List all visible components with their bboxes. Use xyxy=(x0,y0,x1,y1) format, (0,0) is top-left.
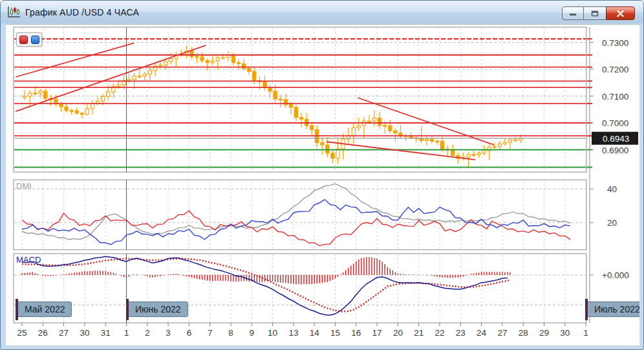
svg-text:+0.000: +0.000 xyxy=(602,270,629,280)
svg-text:24: 24 xyxy=(477,328,487,338)
x-axis: 2526273031123678910131415161720212223242… xyxy=(17,323,588,338)
buy-marker-button[interactable] xyxy=(31,36,39,44)
svg-text:8: 8 xyxy=(228,328,233,338)
month-label-june: Июнь 2022 xyxy=(127,301,188,317)
price-axis-labels: 0.73000.72000.71000.70000.69000.6943 xyxy=(590,38,638,155)
svg-text:22: 22 xyxy=(435,328,444,338)
window-title: График AUD /USD 4 ЧАСА xyxy=(25,7,139,17)
close-button[interactable] xyxy=(606,6,635,20)
svg-text:0.7300: 0.7300 xyxy=(602,38,628,48)
screenshot-stage: График AUD /USD 4 ЧАСА 0.73000.72000.710… xyxy=(0,0,644,350)
svg-text:28: 28 xyxy=(519,328,528,338)
svg-text:30: 30 xyxy=(80,328,89,338)
svg-text:0.7200: 0.7200 xyxy=(602,65,628,74)
svg-text:9: 9 xyxy=(250,328,255,338)
svg-text:25: 25 xyxy=(17,328,27,338)
minimize-icon xyxy=(569,10,577,16)
dmi-panel-title: DMI xyxy=(16,181,32,191)
close-icon xyxy=(617,10,624,17)
month-start-marker xyxy=(16,299,18,320)
svg-text:14: 14 xyxy=(310,328,320,338)
dmi-axis-labels: 4020 xyxy=(590,184,617,228)
month-label-july: Июль 2022 xyxy=(586,301,639,317)
svg-text:6: 6 xyxy=(187,328,192,338)
svg-text:31: 31 xyxy=(101,328,111,338)
titlebar[interactable]: График AUD /USD 4 ЧАСА xyxy=(1,1,643,23)
svg-text:1: 1 xyxy=(124,328,129,338)
svg-text:27: 27 xyxy=(59,328,69,338)
chart-window: График AUD /USD 4 ЧАСА 0.73000.72000.710… xyxy=(0,0,644,350)
svg-text:0.7000: 0.7000 xyxy=(602,118,628,128)
chart-client-area: 0.73000.72000.71000.70000.69000.69434020… xyxy=(6,24,639,345)
svg-text:2: 2 xyxy=(145,328,150,338)
legend-toolbar xyxy=(16,32,42,47)
candlestick-chart-icon xyxy=(7,6,21,19)
svg-text:17: 17 xyxy=(372,328,382,338)
svg-text:30: 30 xyxy=(560,328,570,338)
sell-marker-button[interactable] xyxy=(19,36,28,44)
svg-text:21: 21 xyxy=(414,328,424,338)
macd-axis-labels: +0.000 xyxy=(590,270,629,280)
svg-text:16: 16 xyxy=(351,328,361,338)
svg-text:0.6900: 0.6900 xyxy=(602,146,628,155)
svg-text:0.6943: 0.6943 xyxy=(603,134,629,144)
svg-text:1: 1 xyxy=(583,328,588,338)
chart-canvas[interactable]: 0.73000.72000.71000.70000.69000.69434020… xyxy=(6,25,639,345)
maximize-icon xyxy=(591,10,599,17)
month-start-marker xyxy=(126,299,129,320)
svg-text:15: 15 xyxy=(330,328,340,338)
svg-text:40: 40 xyxy=(607,184,617,194)
panel-frame xyxy=(14,254,586,323)
svg-text:27: 27 xyxy=(497,328,507,338)
svg-text:29: 29 xyxy=(539,328,549,338)
maximize-button[interactable] xyxy=(584,6,606,20)
svg-text:20: 20 xyxy=(393,328,403,338)
svg-text:26: 26 xyxy=(38,328,48,338)
svg-text:0.7100: 0.7100 xyxy=(602,92,628,102)
svg-text:10: 10 xyxy=(268,328,277,338)
month-label-may: Май 2022 xyxy=(16,301,72,317)
svg-text:23: 23 xyxy=(456,328,466,338)
svg-text:13: 13 xyxy=(288,328,298,338)
month-start-marker xyxy=(585,299,588,320)
minimize-button[interactable] xyxy=(562,6,584,20)
svg-text:3: 3 xyxy=(166,328,171,338)
macd-panel-title: MACD xyxy=(16,255,41,265)
svg-text:7: 7 xyxy=(208,328,213,338)
svg-text:20: 20 xyxy=(607,218,617,228)
